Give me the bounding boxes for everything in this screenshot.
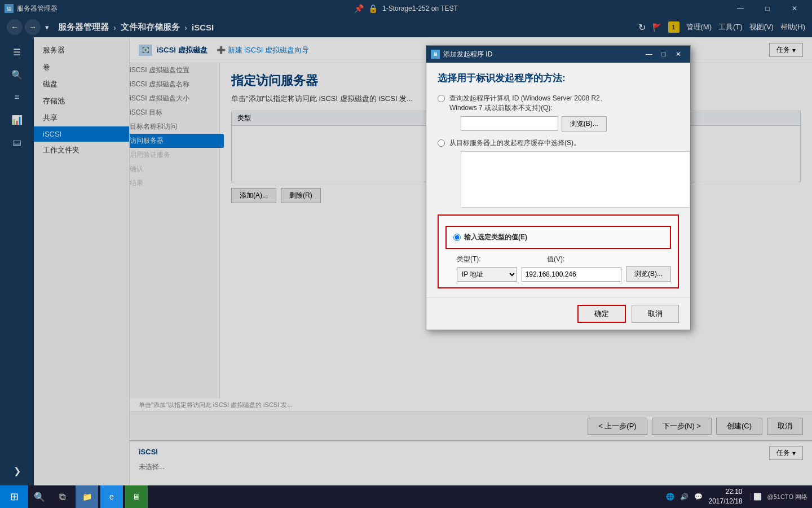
taskbar: ⊞ 🔍 ⧉ 📁 e 🖥 🌐 🔊 💬 22:10 2017/12/18 ⬜ @51… xyxy=(0,485,812,508)
query-text-input[interactable] xyxy=(461,116,558,131)
radio-cache-label: 从目标服务器上的发起程序缓存中选择(S)。 xyxy=(449,139,580,147)
value-input[interactable] xyxy=(522,267,621,282)
cache-list[interactable] xyxy=(461,151,690,208)
radio-option-cache: 从目标服务器上的发起程序缓存中选择(S)。 xyxy=(438,138,679,208)
task-view-icon[interactable]: ⧉ xyxy=(51,485,73,508)
browse-query-button[interactable]: 浏览(B)... xyxy=(562,116,607,132)
explorer-app-icon[interactable]: 📁 xyxy=(76,485,98,508)
ie-app-icon[interactable]: e xyxy=(100,485,123,508)
clock-time: 22:10 xyxy=(708,487,742,497)
dialog-title-bar: 🖥 添加发起程序 ID — □ ✕ xyxy=(426,46,690,63)
notification-icon[interactable]: 💬 xyxy=(694,493,703,501)
radio-query[interactable] xyxy=(438,95,445,102)
dialog-minimize-button[interactable]: — xyxy=(642,47,656,62)
type-label: 类型(T): xyxy=(457,255,502,264)
radio-option-query: 查询发起程序计算机 ID (Windows Server 2008 R2、Win… xyxy=(438,94,679,132)
type-select[interactable]: IP 地址 IQN MAC 地址 DNS 名称 xyxy=(457,267,517,282)
volume-icon: 🔊 xyxy=(680,493,689,501)
radio-cache[interactable] xyxy=(438,139,445,147)
dialog-footer: 确定 取消 xyxy=(426,297,690,330)
cache-list-row xyxy=(449,151,679,208)
dialog-body: 选择用于标识发起程序的方法: 查询发起程序计算机 ID (Windows Ser… xyxy=(426,63,690,297)
query-input-row: 浏览(B)... xyxy=(461,116,607,132)
server-manager-app-icon[interactable]: 🖥 xyxy=(125,485,148,508)
radio-enter[interactable] xyxy=(453,234,461,241)
type-value-section: 输入选定类型的值(E) 类型(T): 值(V): IP 地址 IQN MAC 地… xyxy=(438,214,679,288)
dialog-cancel-button[interactable]: 取消 xyxy=(632,305,679,323)
add-initiator-dialog: 🖥 添加发起程序 ID — □ ✕ 选择用于标识发起程序的方法: 查询发起程序计… xyxy=(426,45,691,330)
dialog-ok-button[interactable]: 确定 xyxy=(577,305,626,323)
taskbar-right: 🌐 🔊 💬 22:10 2017/12/18 ⬜ @51CTO 网络 xyxy=(666,487,812,506)
radio-enter-label: 输入选定类型的值(E) xyxy=(464,233,527,242)
start-button[interactable]: ⊞ xyxy=(0,485,28,508)
radio-query-label: 查询发起程序计算机 ID (Windows Server 2008 R2、Win… xyxy=(449,94,607,112)
radio-option-enter: 输入选定类型的值(E) xyxy=(445,226,671,249)
browse-value-button[interactable]: 浏览(B)... xyxy=(626,266,671,282)
dialog-icon: 🖥 xyxy=(431,50,440,59)
taskbar-clock: 22:10 2017/12/18 xyxy=(708,487,742,506)
dialog-main-title: 选择用于标识发起程序的方法: xyxy=(438,72,679,85)
dialog-maximize-button[interactable]: □ xyxy=(656,47,671,62)
network-icon: 🌐 xyxy=(666,493,674,501)
show-desktop-icon[interactable]: ⬜ xyxy=(751,493,762,501)
search-taskbar-icon[interactable]: 🔍 xyxy=(28,485,51,508)
type-value-inputs: IP 地址 IQN MAC 地址 DNS 名称 浏览(B)... xyxy=(457,266,671,282)
dialog-title-text: 添加发起程序 ID xyxy=(443,50,642,59)
cto-label: @51CTO 网络 xyxy=(767,493,807,501)
type-value-labels: 类型(T): 值(V): xyxy=(457,255,671,264)
dialog-close-button[interactable]: ✕ xyxy=(671,47,686,62)
main-window: 🖥 服务器管理器 📌 🔒 1-Storage1-252 on TEST — □ … xyxy=(0,0,812,485)
clock-date: 2017/12/18 xyxy=(708,497,742,506)
value-label: 值(V): xyxy=(547,255,592,264)
